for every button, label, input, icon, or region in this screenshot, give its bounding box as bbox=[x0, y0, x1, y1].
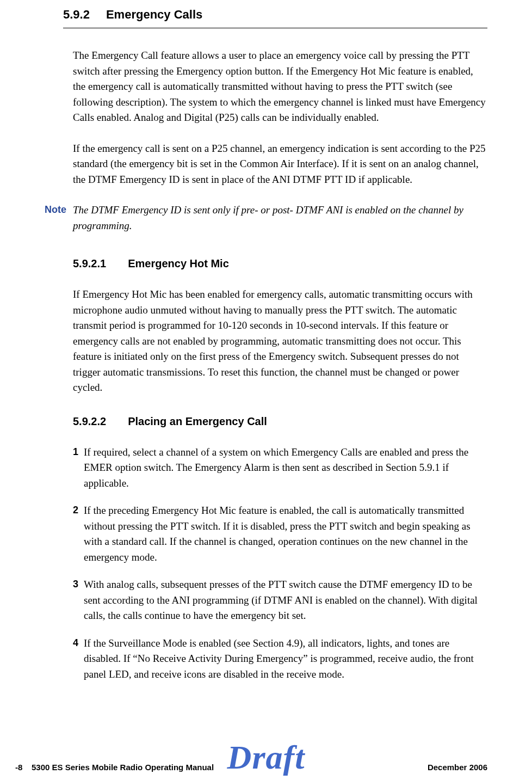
list-text: With analog calls, subsequent presses of… bbox=[84, 577, 487, 624]
subsection-title: Emergency Hot Mic bbox=[128, 255, 229, 272]
list-text: If required, select a channel of a syste… bbox=[84, 445, 487, 492]
section-title: Emergency Calls bbox=[106, 5, 202, 23]
section-heading: 5.9.2 Emergency Calls bbox=[63, 5, 487, 23]
paragraph: If the emergency call is sent on a P25 c… bbox=[73, 141, 487, 188]
paragraph: If Emergency Hot Mic has been enabled fo… bbox=[73, 287, 487, 396]
list-number: 2 bbox=[73, 503, 84, 565]
note-block: Note The DTMF Emergency ID is sent only … bbox=[45, 202, 487, 234]
list-number: 1 bbox=[73, 445, 84, 492]
list-item: 4 If the Surveillance Mode is enabled (s… bbox=[73, 636, 487, 683]
list-item: 1 If required, select a channel of a sys… bbox=[73, 445, 487, 492]
footer-date: December 2006 bbox=[428, 761, 487, 774]
section-number: 5.9.2 bbox=[63, 5, 90, 23]
heading-rule bbox=[63, 28, 487, 28]
manual-title: 5300 ES Series Mobile Radio Operating Ma… bbox=[32, 763, 214, 772]
subsection-number: 5.9.2.2 bbox=[73, 413, 106, 429]
page-footer: -8 5300 ES Series Mobile Radio Operating… bbox=[0, 761, 532, 774]
note-text: The DTMF Emergency ID is sent only if pr… bbox=[73, 202, 487, 234]
page-number: -8 bbox=[15, 763, 22, 772]
list-item: 2 If the preceding Emergency Hot Mic fea… bbox=[73, 503, 487, 565]
footer-left: -8 5300 ES Series Mobile Radio Operating… bbox=[15, 761, 214, 774]
list-text: If the preceding Emergency Hot Mic featu… bbox=[84, 503, 487, 565]
subsection-heading: 5.9.2.1 Emergency Hot Mic bbox=[73, 255, 487, 272]
paragraph: The Emergency Call feature allows a user… bbox=[73, 48, 487, 126]
subsection-number: 5.9.2.1 bbox=[73, 255, 106, 272]
list-number: 3 bbox=[73, 577, 84, 624]
page-content: 5.9.2 Emergency Calls The Emergency Call… bbox=[0, 0, 532, 682]
list-number: 4 bbox=[73, 636, 84, 683]
note-label: Note bbox=[45, 202, 73, 217]
list-text: If the Surveillance Mode is enabled (see… bbox=[84, 636, 487, 683]
subsection-title: Placing an Emergency Call bbox=[128, 413, 267, 429]
list-item: 3 With analog calls, subsequent presses … bbox=[73, 577, 487, 624]
subsection-heading: 5.9.2.2 Placing an Emergency Call bbox=[73, 413, 487, 429]
